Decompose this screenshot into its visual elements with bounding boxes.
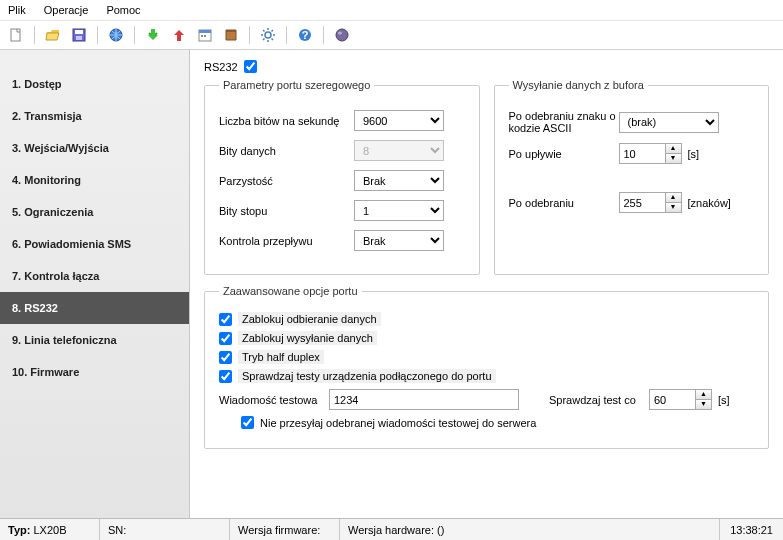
rs232-title: RS232 xyxy=(204,61,238,73)
separator xyxy=(286,26,287,44)
svg-rect-7 xyxy=(201,35,203,37)
status-fw: Wersja firmware: xyxy=(230,519,340,540)
separator xyxy=(134,26,135,44)
flow-select[interactable]: Brak xyxy=(354,230,444,251)
sidebar: 1. Dostęp 2. Transmisja 3. Wejścia/Wyjśc… xyxy=(0,50,190,518)
sphere-icon[interactable] xyxy=(332,25,352,45)
test-msg-label: Wiadomość testowa xyxy=(219,394,329,406)
sidebar-item-link[interactable]: 7. Kontrola łącza xyxy=(0,260,189,292)
separator xyxy=(34,26,35,44)
sidebar-item-phone[interactable]: 9. Linia telefoniczna xyxy=(0,324,189,356)
check-every-input[interactable] xyxy=(649,389,695,410)
separator xyxy=(97,26,98,44)
sidebar-item-firmware[interactable]: 10. Firmware xyxy=(0,356,189,388)
sidebar-item-limits[interactable]: 5. Ograniczenia xyxy=(0,196,189,228)
book-icon[interactable] xyxy=(221,25,241,45)
svg-rect-2 xyxy=(75,30,83,34)
status-time: 13:38:21 xyxy=(720,524,783,536)
baud-label: Liczba bitów na sekundę xyxy=(219,115,354,127)
after-time-spinner[interactable]: ▲▼ xyxy=(619,143,682,164)
spin-down-icon[interactable]: ▼ xyxy=(666,203,681,213)
menu-operations[interactable]: Operacje xyxy=(44,4,89,16)
spin-down-icon[interactable]: ▼ xyxy=(666,154,681,164)
parity-label: Parzystość xyxy=(219,175,354,187)
help-icon[interactable]: ? xyxy=(295,25,315,45)
spin-up-icon[interactable]: ▲ xyxy=(666,144,681,154)
buffer-group: Wysyłanie danych z bufora Po odebraniu z… xyxy=(494,79,770,275)
after-recv-input[interactable] xyxy=(619,192,665,213)
sidebar-item-transmission[interactable]: 2. Transmisja xyxy=(0,100,189,132)
status-type: Typ: LX20B xyxy=(0,519,100,540)
svg-point-9 xyxy=(265,32,271,38)
main: 1. Dostęp 2. Transmisja 3. Wejścia/Wyjśc… xyxy=(0,50,783,518)
advanced-group: Zaawansowane opcje portu Zablokuj odbier… xyxy=(204,285,769,449)
gear-icon[interactable] xyxy=(258,25,278,45)
check-every-spinner[interactable]: ▲▼ xyxy=(649,389,712,410)
menubar: Plik Operacje Pomoc xyxy=(0,0,783,21)
serial-legend: Parametry portu szeregowego xyxy=(219,79,374,91)
after-time-input[interactable] xyxy=(619,143,665,164)
stopbits-select[interactable]: 1 xyxy=(354,200,444,221)
toolbar: ? xyxy=(0,21,783,50)
test-msg-input[interactable] xyxy=(329,389,519,410)
statusbar: Typ: LX20B SN: Wersja firmware: Wersja h… xyxy=(0,518,783,540)
svg-rect-8 xyxy=(204,35,206,37)
rs232-enable-checkbox[interactable] xyxy=(244,60,257,73)
sidebar-item-sms[interactable]: 6. Powiadomienia SMS xyxy=(0,228,189,260)
menu-file[interactable]: Plik xyxy=(8,4,26,16)
sidebar-item-io[interactable]: 3. Wejścia/Wyjścia xyxy=(0,132,189,164)
stopbits-label: Bity stopu xyxy=(219,205,354,217)
svg-point-13 xyxy=(338,32,342,35)
ascii-select[interactable]: (brak) xyxy=(619,112,719,133)
block-rx-label: Zablokuj odbieranie danych xyxy=(238,312,381,326)
check-tests-label: Sprawdzaj testy urządzenia podłączonego … xyxy=(238,369,496,383)
check-tests-checkbox[interactable] xyxy=(219,370,232,383)
svg-point-12 xyxy=(336,29,348,41)
spin-up-icon[interactable]: ▲ xyxy=(666,193,681,203)
after-time-label: Po upływie xyxy=(509,148,619,160)
svg-text:?: ? xyxy=(302,29,309,41)
databits-label: Bity danych xyxy=(219,145,354,157)
status-sn: SN: xyxy=(100,519,230,540)
check-every-unit: [s] xyxy=(718,394,730,406)
download-icon[interactable] xyxy=(143,25,163,45)
after-recv-spinner[interactable]: ▲▼ xyxy=(619,192,682,213)
calendar-icon[interactable] xyxy=(195,25,215,45)
open-icon[interactable] xyxy=(43,25,63,45)
separator xyxy=(323,26,324,44)
sidebar-item-rs232[interactable]: 8. RS232 xyxy=(0,292,189,324)
sidebar-item-access[interactable]: 1. Dostęp xyxy=(0,68,189,100)
upload-icon[interactable] xyxy=(169,25,189,45)
status-hw: Wersja hardware: () xyxy=(340,519,720,540)
new-icon[interactable] xyxy=(6,25,26,45)
spin-down-icon[interactable]: ▼ xyxy=(696,400,711,410)
menu-help[interactable]: Pomoc xyxy=(106,4,140,16)
block-tx-label: Zablokuj wysyłanie danych xyxy=(238,331,377,345)
buffer-legend: Wysyłanie danych z bufora xyxy=(509,79,648,91)
no-forward-label: Nie przesyłaj odebranej wiadomości testo… xyxy=(260,417,536,429)
after-time-unit: [s] xyxy=(688,148,700,160)
advanced-legend: Zaawansowane opcje portu xyxy=(219,285,362,297)
serial-params-group: Parametry portu szeregowego Liczba bitów… xyxy=(204,79,480,275)
content: RS232 Parametry portu szeregowego Liczba… xyxy=(190,50,783,518)
globe-icon[interactable] xyxy=(106,25,126,45)
save-icon[interactable] xyxy=(69,25,89,45)
databits-select: 8 xyxy=(354,140,444,161)
after-recv-unit: [znaków] xyxy=(688,197,731,209)
svg-rect-3 xyxy=(76,36,82,40)
spin-up-icon[interactable]: ▲ xyxy=(696,390,711,400)
svg-rect-6 xyxy=(199,30,211,33)
svg-rect-0 xyxy=(11,29,20,41)
sidebar-item-monitoring[interactable]: 4. Monitoring xyxy=(0,164,189,196)
ascii-label: Po odebraniu znaku o kodzie ASCII xyxy=(509,110,619,134)
parity-select[interactable]: Brak xyxy=(354,170,444,191)
after-recv-label: Po odebraniu xyxy=(509,197,619,209)
no-forward-checkbox[interactable] xyxy=(241,416,254,429)
block-tx-checkbox[interactable] xyxy=(219,332,232,345)
block-rx-checkbox[interactable] xyxy=(219,313,232,326)
flow-label: Kontrola przepływu xyxy=(219,235,354,247)
half-duplex-label: Tryb half duplex xyxy=(238,350,324,364)
baud-select[interactable]: 9600 xyxy=(354,110,444,131)
check-every-label: Sprawdzaj test co xyxy=(549,394,649,406)
half-duplex-checkbox[interactable] xyxy=(219,351,232,364)
